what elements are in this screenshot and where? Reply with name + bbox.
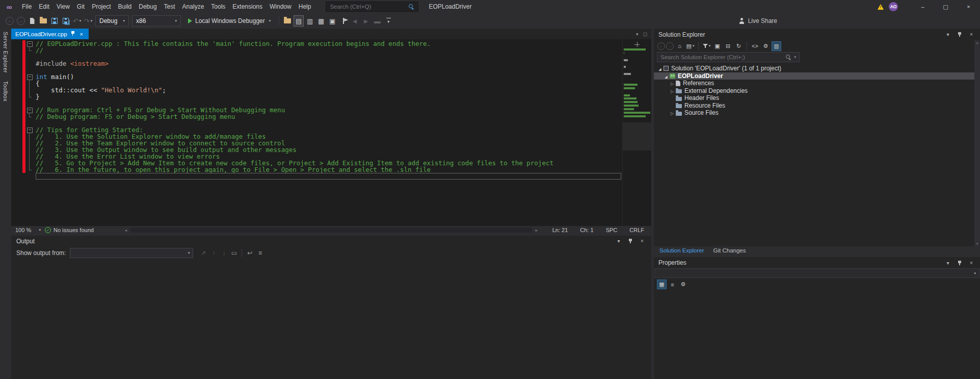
fold-pipe-icon[interactable] [27, 80, 34, 87]
alphabetical-icon[interactable]: ≡ [668, 280, 677, 289]
bookmark-icon[interactable] [338, 15, 349, 27]
categorized-icon[interactable]: ▦ [657, 280, 667, 289]
breakpoint-margin[interactable] [11, 173, 22, 180]
chevron-down-icon[interactable] [265, 19, 271, 23]
fold-pipe-icon[interactable] [27, 140, 34, 146]
solution-explorer-search-box[interactable]: ▾ [657, 52, 800, 62]
close-button[interactable]: × [957, 0, 980, 13]
code-line-20[interactable]: // 6. In the future, to open this projec… [11, 166, 622, 173]
close-solution-explorer-icon[interactable]: × [967, 31, 975, 39]
panel-tab-git-changes[interactable]: Git Changes [709, 246, 751, 255]
menu-tools[interactable]: Tools [207, 0, 229, 13]
tree-item-eoploaddriver[interactable]: EOPLoadDriver [654, 72, 980, 80]
breakpoint-margin[interactable] [11, 100, 22, 107]
notification-warning-icon[interactable] [878, 4, 884, 10]
breakpoint-margin[interactable] [11, 93, 22, 100]
open-file-icon[interactable] [38, 15, 48, 27]
view-code-icon[interactable]: <> [750, 41, 760, 51]
server-explorer-icon[interactable]: ▦ [316, 15, 326, 27]
menu-window[interactable]: Window [266, 0, 295, 13]
document-health-indicator[interactable]: ✓ No issues found [45, 227, 94, 233]
breakpoint-margin[interactable] [11, 113, 22, 120]
fold-close-icon[interactable] [27, 93, 34, 100]
preview-selected-items-icon[interactable]: ▥ [772, 41, 781, 51]
panel-tab-solution-explorer[interactable]: Solution Explorer [655, 246, 709, 255]
minimap-viewport[interactable] [623, 122, 651, 150]
home-icon[interactable]: ⌂ [675, 41, 684, 51]
breakpoint-margin[interactable] [11, 107, 22, 113]
fold-open-icon[interactable] [27, 40, 34, 47]
save-icon[interactable] [49, 15, 60, 27]
side-tab-server-explorer[interactable]: Server Explorer [3, 32, 9, 73]
toolbar-options-icon[interactable]: ▾ [383, 15, 393, 27]
breakpoint-margin[interactable] [11, 140, 22, 146]
breakpoint-margin[interactable] [11, 120, 22, 127]
sync-with-active-document-icon[interactable]: ↻ [734, 41, 744, 51]
menu-view[interactable]: View [53, 0, 73, 13]
solution-platform-combo[interactable]: x86 [132, 15, 181, 27]
undo-caret-icon[interactable] [80, 19, 82, 23]
solution-configuration-combo[interactable]: Debug [95, 15, 129, 27]
minimap-scrollbar[interactable] [622, 39, 651, 226]
menu-help[interactable]: Help [295, 0, 315, 13]
scroll-right-icon[interactable]: ► [533, 229, 540, 232]
menu-test[interactable]: Test [161, 0, 179, 13]
expand-arrow-icon[interactable] [669, 109, 675, 116]
code-line-4[interactable]: #include <iostream> [11, 60, 622, 67]
add-new-item-icon[interactable] [282, 15, 293, 27]
menu-analyze[interactable]: Analyze [179, 0, 208, 13]
fold-pipe-icon[interactable] [27, 87, 34, 93]
tree-item-external-dependencies[interactable]: External Dependencies [654, 87, 980, 95]
collapse-arrow-icon[interactable] [663, 72, 669, 80]
close-properties-icon[interactable]: × [967, 259, 975, 267]
word-wrap-icon[interactable]: ↩ [245, 248, 255, 258]
fold-pipe-icon[interactable] [27, 133, 34, 140]
side-tab-toolbox[interactable]: Toolbox [3, 81, 9, 102]
breakpoint-margin[interactable] [11, 67, 22, 73]
code-line-5[interactable] [11, 67, 622, 73]
tab-close-icon[interactable]: × [78, 31, 85, 37]
code-area[interactable]: // EOPLoadDriver.cpp : This file contain… [11, 39, 622, 226]
fold-open-icon[interactable] [27, 107, 34, 113]
new-project-icon[interactable] [27, 15, 37, 27]
menu-git[interactable]: Git [73, 0, 88, 13]
menu-file[interactable]: File [18, 0, 35, 13]
tree-item-source-files[interactable]: Source Files [654, 109, 980, 117]
float-window-icon[interactable]: ▢ [643, 32, 647, 37]
menu-edit[interactable]: Edit [35, 0, 53, 13]
breakpoint-margin[interactable] [11, 60, 22, 67]
breakpoint-margin[interactable] [11, 40, 22, 47]
breakpoint-margin[interactable] [11, 80, 22, 87]
code-line-6[interactable]: int main() [11, 73, 622, 80]
pin-icon[interactable] [956, 31, 964, 39]
menu-project[interactable]: Project [88, 0, 114, 13]
close-output-icon[interactable]: × [638, 237, 646, 245]
solution-explorer-search-input[interactable] [660, 54, 786, 60]
fold-pipe-icon[interactable] [27, 153, 34, 160]
collapse-arrow-icon[interactable] [657, 65, 663, 72]
fold-pipe-icon[interactable] [27, 146, 34, 153]
window-position-icon[interactable]: ▾ [944, 259, 952, 267]
pending-changes-filter-caret-icon[interactable] [709, 44, 711, 48]
breakpoint-margin[interactable] [11, 160, 22, 166]
code-line-9[interactable]: } [11, 93, 622, 100]
quick-search-box[interactable] [326, 2, 418, 12]
pending-changes-filter-icon[interactable] [702, 41, 711, 51]
chevron-down-icon[interactable]: ▾ [794, 55, 796, 59]
start-debugging-button[interactable]: Local Windows Debugger [186, 15, 273, 27]
properties-window-icon[interactable]: ▤ [294, 15, 304, 27]
tab-pin-icon[interactable] [70, 31, 75, 37]
switch-views-icon[interactable]: ▤ [685, 41, 695, 51]
editor-tab-eoploaddriver-cpp[interactable]: EOPLoadDriver.cpp × [11, 29, 89, 39]
object-browser-icon[interactable]: ▣ [327, 15, 337, 27]
fold-pipe-icon[interactable] [27, 160, 34, 166]
tree-item-header-files[interactable]: Header Files [654, 94, 980, 102]
breakpoint-margin[interactable] [11, 73, 22, 80]
window-position-icon[interactable]: ▾ [615, 237, 623, 245]
team-explorer-icon[interactable]: ▥ [305, 15, 315, 27]
breakpoint-margin[interactable] [11, 127, 22, 133]
breakpoint-margin[interactable] [11, 47, 22, 54]
fold-close-icon[interactable] [27, 166, 34, 173]
output-content[interactable] [11, 259, 651, 379]
scroll-up-icon[interactable]: ▲ [976, 41, 979, 44]
